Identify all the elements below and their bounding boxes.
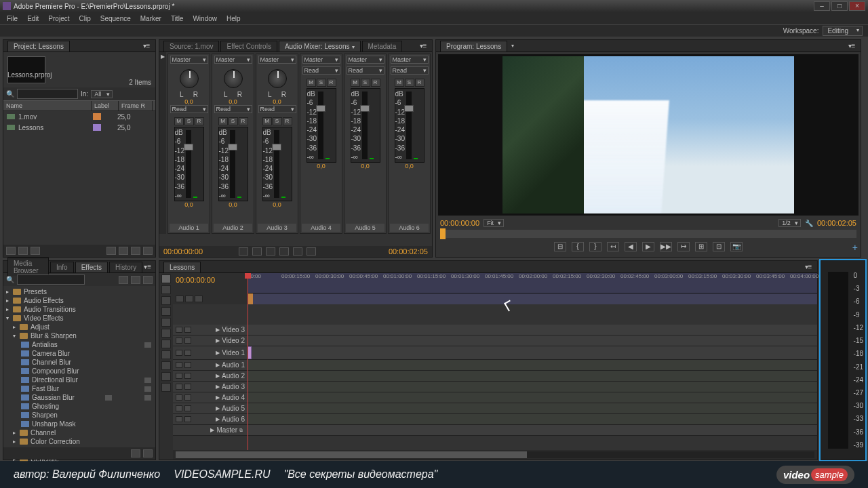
effect-item[interactable]: Fast Blur [3, 384, 155, 393]
automation-select[interactable]: Read [347, 66, 384, 75]
effect-folder[interactable]: ▾Video Effects [3, 314, 155, 323]
razor-tool[interactable] [161, 329, 171, 338]
m-button[interactable]: M [218, 117, 228, 125]
selection-tool[interactable] [161, 274, 171, 283]
volume-fader[interactable]: dB-6-12-18-24-30-36-∞ [218, 127, 248, 201]
fx-tab[interactable]: Info [50, 262, 74, 272]
transport-button[interactable]: ◀ [625, 242, 637, 251]
panel-menu-icon[interactable]: ▾≡ [144, 263, 151, 270]
effect-folder[interactable]: ▸Presets [3, 287, 155, 296]
effect-folder[interactable]: ▾Blur & Sharpen [3, 331, 155, 340]
pen-tool[interactable] [161, 361, 171, 370]
fx-filter-3[interactable] [143, 276, 153, 284]
volume-fader[interactable]: dB-6-12-18-24-30-36-∞ [351, 88, 380, 163]
transport-button[interactable]: 📷 [730, 242, 743, 251]
zoom-select[interactable]: 1/2 [778, 219, 801, 227]
transport-button[interactable]: ▶▶ [660, 242, 672, 251]
transport-button[interactable]: ⊞ [695, 242, 707, 251]
r-button[interactable]: R [283, 117, 292, 125]
volume-fader[interactable]: dB-6-12-18-24-30-36-∞ [262, 127, 292, 201]
timeline-playhead[interactable] [248, 273, 248, 450]
audio-track[interactable]: ▶Audio 2 [173, 371, 817, 382]
goto-in-button[interactable] [239, 247, 248, 256]
effect-folder[interactable]: ▸Channel [3, 428, 155, 437]
fx-tab[interactable]: Media Browser [7, 258, 49, 276]
transport-button[interactable]: ↤ [607, 242, 619, 251]
col-header[interactable]: Frame R [119, 101, 153, 110]
panel-menu-icon[interactable]: ▾≡ [847, 42, 856, 49]
output-select[interactable]: Master [170, 56, 208, 64]
menu-file[interactable]: File [3, 14, 22, 24]
effects-search[interactable] [17, 274, 85, 285]
volume-fader[interactable]: dB-6-12-18-24-30-36-∞ [395, 88, 425, 163]
hand-tool[interactable] [161, 372, 171, 381]
transport-button[interactable]: ↦ [677, 242, 690, 251]
audio-track[interactable]: ▶Audio 6 [173, 414, 817, 425]
volume-fader[interactable]: dB-6-12-18-24-30-36-∞ [174, 127, 204, 201]
pan-knob[interactable] [180, 69, 199, 88]
s-button[interactable]: S [184, 117, 194, 125]
menu-help[interactable]: Help [222, 14, 245, 24]
menu-edit[interactable]: Edit [23, 14, 43, 24]
toggle-output[interactable] [176, 327, 182, 333]
wab-button[interactable] [195, 296, 203, 302]
play-button[interactable] [266, 247, 275, 256]
automation-select[interactable]: Read [391, 66, 429, 75]
program-video[interactable] [438, 54, 859, 216]
effect-folder[interactable]: ▸Color Correction [3, 437, 155, 446]
toggle-output[interactable] [176, 394, 182, 401]
source-tab[interactable]: Audio Mixer: Lessons▾ [279, 41, 361, 52]
effect-item[interactable]: Antialias [3, 340, 155, 349]
video-track[interactable]: ▶Video 3 [173, 325, 817, 336]
rate-tool[interactable] [161, 318, 171, 327]
fit-select[interactable]: Fit [484, 219, 504, 227]
r-button[interactable]: R [239, 117, 248, 125]
transport-button[interactable]: { [572, 242, 584, 251]
panel-menu-icon[interactable]: ▾≡ [142, 42, 151, 49]
s-button[interactable]: S [317, 79, 326, 87]
pan-knob[interactable] [268, 69, 287, 88]
effect-item[interactable]: Sharpen [3, 411, 155, 420]
label-swatch[interactable] [93, 113, 101, 120]
timeline-scrollbar[interactable] [176, 451, 814, 458]
audio-track[interactable]: ▶Audio 5 [173, 403, 817, 414]
loop-button[interactable] [307, 247, 316, 256]
trash-button[interactable] [143, 247, 153, 255]
auto-button[interactable] [31, 247, 40, 255]
audio-track[interactable]: ▶Audio 1 [173, 360, 817, 371]
toggle-output[interactable] [176, 405, 182, 411]
menu-title[interactable]: Title [167, 14, 188, 24]
trash-button[interactable] [143, 449, 153, 458]
effect-folder[interactable]: ▸Audio Effects [3, 296, 155, 305]
step-back-button[interactable] [252, 247, 262, 256]
transport-button[interactable]: ⊟ [554, 242, 566, 251]
program-scrubber[interactable] [440, 230, 856, 238]
new-bin-button[interactable] [119, 247, 128, 255]
s-button[interactable]: S [405, 79, 414, 87]
label-swatch[interactable] [93, 124, 101, 131]
goto-out-button[interactable] [293, 247, 302, 256]
audio-track[interactable]: ▶Audio 3 [173, 382, 817, 392]
zoom-tool[interactable] [161, 383, 171, 392]
r-button[interactable]: R [195, 117, 204, 125]
project-item[interactable]: Lessons25,0 [3, 122, 155, 133]
effect-item[interactable]: Unsharp Mask [3, 420, 155, 428]
effect-folder[interactable]: ▸Adjust [3, 323, 155, 331]
work-area-bar[interactable] [248, 293, 817, 304]
rolling-tool[interactable] [161, 307, 171, 316]
m-button[interactable]: M [262, 117, 272, 125]
find-button[interactable] [106, 247, 116, 255]
sequence-tab[interactable]: Lessons [163, 262, 201, 272]
output-select[interactable]: Master [302, 56, 340, 64]
effect-item[interactable]: Gaussian Blur [3, 393, 155, 402]
panel-menu-icon[interactable]: ▾≡ [418, 42, 428, 49]
fx-tab[interactable]: Effects [75, 262, 108, 272]
video-track[interactable]: ▶Video 2 [173, 336, 817, 346]
toggle-lock[interactable] [184, 384, 191, 390]
fx-tab[interactable]: History [109, 262, 142, 272]
automation-select[interactable]: Read [258, 105, 296, 113]
col-header[interactable]: Name [3, 101, 92, 110]
transport-button[interactable]: ⊡ [713, 242, 725, 251]
toggle-lock[interactable] [184, 394, 191, 401]
program-tab[interactable]: Program: Lessons [440, 41, 507, 52]
